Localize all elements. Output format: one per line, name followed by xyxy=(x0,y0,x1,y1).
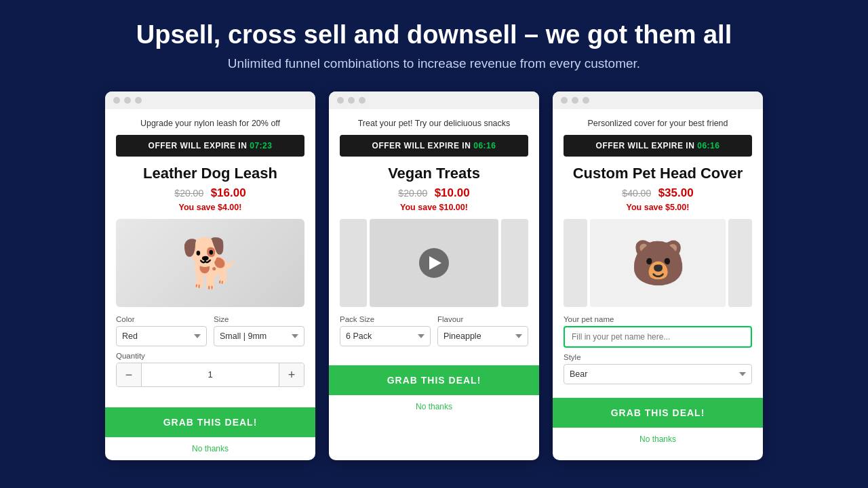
color-label: Color xyxy=(116,315,207,323)
card1-price-new: $16.00 xyxy=(211,186,246,199)
quantity-increase[interactable]: + xyxy=(279,363,304,386)
card1-cta-button[interactable]: GRAB THIS DEAL! xyxy=(105,407,315,437)
page-headline: Upsell, cross sell and downsell – we got… xyxy=(136,20,732,49)
card2-pricing: $20.00 $10.00 xyxy=(340,186,528,200)
color-select[interactable]: Red Blue Black xyxy=(116,326,207,346)
style-select[interactable]: Bear Lion Panda Tiger xyxy=(564,364,752,384)
dog-icon: 🐕 xyxy=(181,235,240,291)
browser-dot xyxy=(359,97,366,104)
pet-name-label: Your pet name xyxy=(564,315,752,323)
browser-dot xyxy=(348,97,355,104)
bear-icon: 🐻 xyxy=(631,237,686,289)
pet-name-input[interactable] xyxy=(564,326,752,348)
cards-container: Upgrade your nylon leash for 20% off OFF… xyxy=(27,92,841,460)
card3-timer: 06:16 xyxy=(697,141,719,150)
card3-savings: You save $5.00! xyxy=(564,203,752,212)
card2-tagline: Treat your pet! Try our deliciuous snack… xyxy=(340,119,528,128)
card3-image: 🐻 xyxy=(564,219,752,307)
browser-bar-3 xyxy=(553,92,763,109)
browser-dot xyxy=(124,97,131,104)
card3-thumb-left xyxy=(564,219,587,307)
card3-thumb-right xyxy=(728,219,752,307)
card3-price-new: $35.00 xyxy=(658,186,694,199)
play-button[interactable] xyxy=(419,248,449,278)
card1-offer-bar: OFFER WILL EXPIRE IN 07:23 xyxy=(116,135,304,157)
card1-title: Leather Dog Leash xyxy=(116,165,304,182)
card2-offer-bar: OFFER WILL EXPIRE IN 06:16 xyxy=(340,135,528,157)
size-select[interactable]: Small | 9mm Medium | 12mm Large | 16mm xyxy=(214,326,304,346)
card2-fields: Pack Size 6 Pack 12 Pack 24 Pack Flavour… xyxy=(340,315,528,346)
browser-dot xyxy=(135,97,142,104)
card1-no-thanks[interactable]: No thanks xyxy=(105,437,315,460)
card3-title: Custom Pet Head Cover xyxy=(564,165,752,182)
quantity-control: − 1 + xyxy=(116,363,304,387)
card1-timer: 07:23 xyxy=(250,141,272,150)
card3-tagline: Personlized cover for your best friend xyxy=(564,119,752,128)
quantity-value: 1 xyxy=(141,363,279,386)
page-subheadline: Unlimited funnel combinations to increas… xyxy=(228,56,640,71)
play-triangle-icon xyxy=(429,256,441,270)
browser-bar-2 xyxy=(329,92,539,109)
card2-thumb-main[interactable] xyxy=(370,219,498,307)
quantity-decrease[interactable]: − xyxy=(117,363,141,386)
card3-pricing: $40.00 $35.00 xyxy=(564,186,752,200)
card-cover: Personlized cover for your best friend O… xyxy=(553,92,763,460)
pack-size-select[interactable]: 6 Pack 12 Pack 24 Pack xyxy=(340,326,431,346)
flavour-select[interactable]: Pineapple Mango Banana xyxy=(437,326,528,346)
card3-thumb-main: 🐻 xyxy=(590,219,726,307)
style-label: Style xyxy=(564,353,752,361)
card1-fields: Color Red Blue Black Size Small | 9mm Me… xyxy=(116,315,304,346)
card1-pricing: $20.00 $16.00 xyxy=(116,186,304,200)
card2-no-thanks[interactable]: No thanks xyxy=(329,395,539,418)
browser-dot xyxy=(572,97,578,104)
card-treats: Treat your pet! Try our deliciuous snack… xyxy=(329,92,539,460)
browser-dot xyxy=(561,97,568,104)
flavour-label: Flavour xyxy=(437,315,528,323)
size-label: Size xyxy=(214,315,304,323)
card-leash: Upgrade your nylon leash for 20% off OFF… xyxy=(105,92,315,460)
browser-dot xyxy=(337,97,344,104)
quantity-label: Quantity xyxy=(116,352,304,360)
card1-tagline: Upgrade your nylon leash for 20% off xyxy=(116,119,304,128)
card3-offer-bar: OFFER WILL EXPIRE IN 06:16 xyxy=(564,135,752,157)
pack-size-label: Pack Size xyxy=(340,315,431,323)
browser-dot xyxy=(113,97,120,104)
card1-price-old: $20.00 xyxy=(174,188,203,199)
card2-thumb-right xyxy=(501,219,528,307)
card3-price-old: $40.00 xyxy=(622,188,651,199)
card3-cta-button[interactable]: GRAB THIS DEAL! xyxy=(553,398,763,428)
card2-thumb-left xyxy=(340,219,367,307)
card2-timer: 06:16 xyxy=(473,141,496,150)
card1-image: 🐕 xyxy=(116,219,304,307)
card3-no-thanks[interactable]: No thanks xyxy=(553,428,763,451)
card2-savings: You save $10.00! xyxy=(340,203,528,212)
browser-bar-1 xyxy=(105,92,315,109)
card2-cta-button[interactable]: GRAB THIS DEAL! xyxy=(329,365,539,395)
card1-savings: You save $4.00! xyxy=(116,203,304,212)
card2-title: Vegan Treats xyxy=(340,165,528,182)
card2-price-new: $10.00 xyxy=(435,186,470,199)
browser-dot xyxy=(583,97,589,104)
quantity-row: Quantity − 1 + xyxy=(116,352,304,387)
card2-price-old: $20.00 xyxy=(398,188,427,199)
card2-image xyxy=(340,219,528,307)
